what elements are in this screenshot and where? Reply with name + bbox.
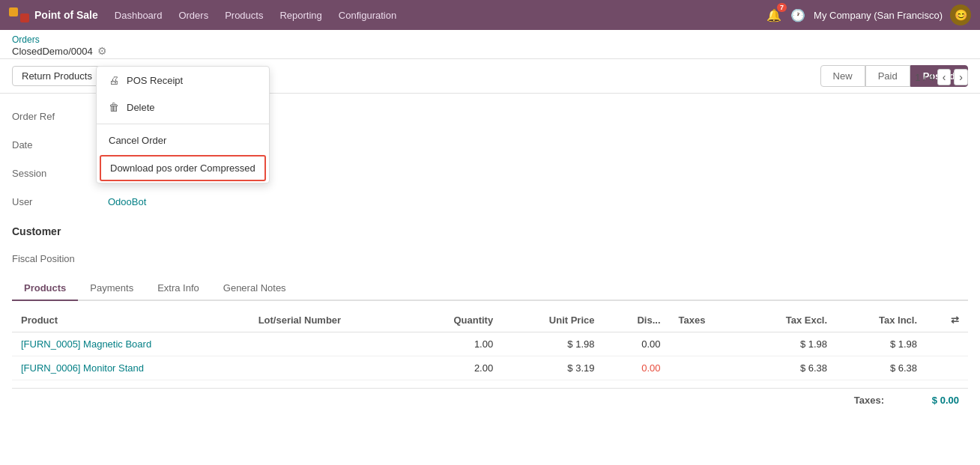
tax-excl-2: $ 6.38 bbox=[741, 356, 836, 380]
breadcrumb-current: ClosedDemo/0004 ⚙ bbox=[12, 45, 968, 57]
dropdown-download-label: Download pos order Compressed bbox=[110, 162, 255, 174]
table-row: [FURN_0006] Monitor Stand 2.00 $ 3.19 0.… bbox=[12, 356, 968, 380]
col-lot: Lot/serial Number bbox=[249, 309, 411, 332]
user-label: User bbox=[12, 196, 102, 207]
col-quantity: Quantity bbox=[411, 309, 503, 332]
quantity-1: 1.00 bbox=[411, 332, 503, 356]
app-name: Point of Sale bbox=[34, 9, 98, 21]
breadcrumb-parent[interactable]: Orders bbox=[12, 34, 968, 45]
product-name-1[interactable]: [FURN_0005] Magnetic Board bbox=[12, 332, 249, 356]
customer-label: Customer bbox=[12, 225, 61, 237]
logo-icon bbox=[9, 7, 30, 22]
breadcrumb-page-title: ClosedDemo/0004 bbox=[12, 46, 93, 57]
product-name-2[interactable]: [FURN_0006] Monitor Stand bbox=[12, 356, 249, 380]
company-selector[interactable]: My Company (San Francisco) bbox=[814, 10, 943, 21]
col-discount: Dis... bbox=[604, 309, 670, 332]
tab-extra-info[interactable]: Extra Info bbox=[145, 276, 211, 301]
app-logo[interactable]: Point of Sale bbox=[9, 7, 98, 22]
notification-bell[interactable]: 🔔 7 bbox=[766, 7, 782, 23]
lot-2 bbox=[249, 356, 411, 380]
status-paid-button[interactable]: Paid bbox=[865, 65, 910, 87]
page-info: 1 / 4 bbox=[915, 72, 934, 83]
clock-icon: 🕐 bbox=[790, 7, 806, 23]
return-products-button[interactable]: Return Products bbox=[12, 66, 102, 86]
lot-1 bbox=[249, 332, 411, 356]
dropdown-delete-label: Delete bbox=[127, 102, 155, 113]
quantity-2: 2.00 bbox=[411, 356, 503, 380]
tab-general-notes[interactable]: General Notes bbox=[211, 276, 298, 301]
notification-clock[interactable]: 🕐 bbox=[790, 7, 806, 23]
fiscal-pos-label: Fiscal Position bbox=[12, 253, 102, 264]
main-menu: Dashboard Orders Products Reporting Conf… bbox=[107, 7, 763, 24]
date-label: Date bbox=[12, 139, 102, 151]
trash-icon: 🗑 bbox=[109, 101, 119, 113]
col-tax-incl: Tax Incl. bbox=[836, 309, 926, 332]
next-page-button[interactable]: › bbox=[954, 69, 968, 85]
session-label: Session bbox=[12, 168, 102, 179]
discount-1: 0.00 bbox=[604, 332, 670, 356]
menu-reporting[interactable]: Reporting bbox=[272, 7, 329, 24]
tax-incl-2: $ 6.38 bbox=[836, 356, 926, 380]
col-taxes: Taxes bbox=[670, 309, 742, 332]
row-action-2 bbox=[926, 356, 968, 380]
discount-2: 0.00 bbox=[604, 356, 670, 380]
col-unit-price: Unit Price bbox=[502, 309, 603, 332]
tab-payments[interactable]: Payments bbox=[78, 276, 145, 301]
customer-row: Customer bbox=[12, 219, 968, 240]
menu-dashboard[interactable]: Dashboard bbox=[107, 7, 170, 24]
dropdown-pos-receipt-label: POS Receipt bbox=[127, 75, 183, 86]
breadcrumb-area: Orders ClosedDemo/0004 ⚙ bbox=[0, 30, 980, 59]
table-row: [FURN_0005] Magnetic Board 1.00 $ 1.98 0… bbox=[12, 332, 968, 356]
row-action-1 bbox=[926, 332, 968, 356]
dropdown-download-compressed[interactable]: Download pos order Compressed bbox=[100, 155, 266, 181]
col-adjust[interactable]: ⇄ bbox=[926, 309, 968, 332]
topnav-right: 🔔 7 🕐 My Company (San Francisco) 😊 bbox=[766, 4, 971, 25]
taxes-footer-label: Taxes: bbox=[854, 395, 884, 406]
menu-products[interactable]: Products bbox=[217, 7, 270, 24]
order-ref-label: Order Ref bbox=[12, 111, 102, 122]
dropdown-delete[interactable]: 🗑 Delete bbox=[97, 94, 269, 121]
tab-products[interactable]: Products bbox=[12, 276, 78, 301]
taxes-footer-value: $ 0.00 bbox=[914, 395, 959, 406]
fiscal-pos-row: Fiscal Position bbox=[12, 248, 968, 269]
tax-incl-1: $ 1.98 bbox=[836, 332, 926, 356]
status-new-button[interactable]: New bbox=[820, 65, 865, 87]
taxes-1 bbox=[670, 332, 742, 356]
dropdown-pos-receipt[interactable]: 🖨 POS Receipt bbox=[97, 67, 269, 94]
dropdown-divider bbox=[97, 124, 269, 124]
tabs-row: Products Payments Extra Info General Not… bbox=[12, 276, 968, 301]
col-tax-excl: Tax Excl. bbox=[741, 309, 836, 332]
menu-orders[interactable]: Orders bbox=[171, 7, 216, 24]
print-icon: 🖨 bbox=[109, 74, 119, 86]
unit-price-1: $ 1.98 bbox=[502, 332, 603, 356]
dropdown-cancel-order[interactable]: Cancel Order bbox=[97, 127, 269, 154]
user-value[interactable]: OdooBot bbox=[108, 196, 146, 207]
table-footer: Taxes: $ 0.00 bbox=[12, 388, 968, 412]
taxes-2 bbox=[670, 356, 742, 380]
avatar[interactable]: 😊 bbox=[950, 4, 971, 25]
dropdown-menu: 🖨 POS Receipt 🗑 Delete Cancel Order Down… bbox=[96, 66, 270, 183]
top-navigation: Point of Sale Dashboard Orders Products … bbox=[0, 0, 980, 30]
pagination: 1 / 4 ‹ › bbox=[915, 69, 968, 85]
menu-configuration[interactable]: Configuration bbox=[331, 7, 404, 24]
bell-badge: 7 bbox=[777, 3, 787, 12]
settings-icon[interactable]: ⚙ bbox=[97, 45, 107, 57]
tax-excl-1: $ 1.98 bbox=[741, 332, 836, 356]
prev-page-button[interactable]: ‹ bbox=[937, 69, 952, 85]
dropdown-cancel-label: Cancel Order bbox=[109, 135, 166, 146]
col-product: Product bbox=[12, 309, 249, 332]
user-row: User OdooBot bbox=[12, 191, 968, 212]
products-table: Product Lot/serial Number Quantity Unit … bbox=[12, 309, 968, 380]
unit-price-2: $ 3.19 bbox=[502, 356, 603, 380]
